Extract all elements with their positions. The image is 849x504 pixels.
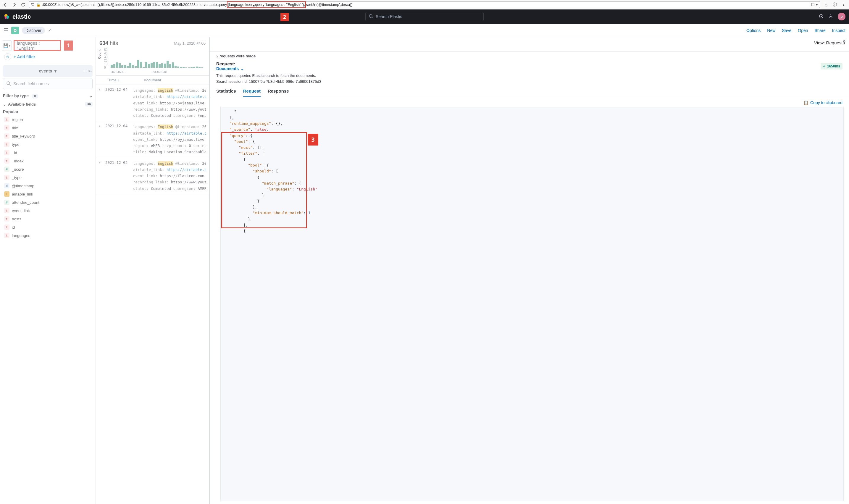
histogram-bar (175, 66, 177, 68)
code-line: "should": [ (223, 168, 843, 174)
histogram-bar (140, 62, 142, 68)
timing-badge: ✓ 1650ms (820, 63, 843, 70)
chevron-down-icon: ⌄ (89, 93, 93, 98)
saved-query-button[interactable]: 💾 ▾ (2, 40, 12, 51)
toolbar-share[interactable]: Share (815, 28, 826, 33)
table-header-document[interactable]: Document (144, 78, 161, 82)
table-header-time[interactable]: Time ↓ (108, 78, 138, 82)
field-name: hosts (12, 217, 21, 221)
svg-point-7 (7, 82, 10, 85)
histogram-bar (198, 67, 201, 68)
field-airtable_link[interactable]: lairtable_link (3, 190, 93, 198)
field-region[interactable]: tregion (3, 115, 93, 124)
field-event_link[interactable]: tevent_link (3, 206, 93, 215)
document-row[interactable]: ›2021-12-04languages: English @timestamp… (96, 85, 209, 121)
field-title_keyword[interactable]: ttitle_keyword (3, 132, 93, 140)
url-prefix: :00.000Z',to:now))&_a=(columns:!(),filte… (42, 3, 227, 7)
app-name-pill[interactable]: Discover (22, 27, 45, 34)
info-icon[interactable]: ⓘ (832, 2, 838, 8)
url-dropdown-icon[interactable]: ▾ (816, 2, 818, 7)
elastic-logo[interactable]: elastic (3, 13, 31, 20)
histogram-bar (129, 63, 131, 68)
nav-toggle-button[interactable]: ☰ (3, 27, 8, 34)
tab-response[interactable]: Response (268, 88, 289, 97)
histogram-bar (119, 63, 121, 68)
toolbar-options[interactable]: Options (746, 28, 761, 33)
field-type[interactable]: ttype (3, 140, 93, 148)
pocket-icon[interactable]: ◇ (823, 2, 829, 8)
field-token-icon: t (4, 125, 10, 130)
nav-forward-button[interactable] (11, 2, 17, 8)
toolbar-new[interactable]: New (767, 28, 775, 33)
toolbar-open[interactable]: Open (798, 28, 808, 33)
close-icon[interactable]: ✕ (843, 38, 846, 43)
available-fields-header[interactable]: ⌄ Available fields 34 (3, 102, 93, 107)
field-token-icon: # (4, 200, 10, 205)
y-axis-ticks: 50403020100 (104, 48, 107, 70)
play-icon[interactable]: ▸ (841, 2, 847, 8)
field-@timestamp[interactable]: d@timestamp (3, 182, 93, 190)
field-token-icon: t (4, 224, 10, 230)
field-name: type (12, 142, 19, 147)
filter-by-type-toggle[interactable]: Filter by type 0 ⌄ (3, 93, 93, 98)
search-icon (368, 14, 373, 19)
histogram-bar (134, 66, 137, 68)
reload-button[interactable] (20, 2, 26, 8)
inspect-tabs: StatisticsRequestResponse (210, 84, 849, 97)
histogram-chart[interactable]: Count 50403020100 2020-07-012020-10-01 (96, 47, 209, 75)
field-name: title (12, 126, 18, 130)
request-select[interactable]: Documents ⌄ (216, 66, 244, 71)
global-search-input[interactable]: Search Elastic (365, 12, 484, 21)
disk-icon: 💾 (3, 43, 8, 48)
discover-toolbar: ☰ D Discover ✓ OptionsNewSaveOpenShareIn… (0, 24, 849, 37)
histogram-bar (191, 67, 193, 68)
tab-request[interactable]: Request (243, 88, 260, 97)
view-toggle[interactable]: View: Requests (814, 40, 845, 45)
search-fields-input[interactable]: Search field names (3, 78, 93, 89)
toolbar-inspect[interactable]: Inspect (832, 28, 846, 33)
field-name: attendee_count (12, 200, 39, 205)
expand-icon[interactable]: › (99, 87, 102, 119)
newsfeed-icon[interactable] (819, 14, 824, 19)
copy-to-clipboard-button[interactable]: 📋 Copy to clipboard (803, 100, 843, 105)
field-languages[interactable]: tlanguages (3, 231, 93, 239)
field-title[interactable]: ttitle (3, 124, 93, 132)
field-attendee_count[interactable]: #attendee_count (3, 198, 93, 206)
toolbar-save[interactable]: Save (782, 28, 791, 33)
collapse-icon[interactable]: ⇤ (88, 69, 92, 73)
bookmark-icon[interactable]: ☐ (811, 2, 815, 7)
doc-time: 2021-12-02 (105, 160, 130, 192)
document-row[interactable]: ›2021-12-04languages: English @timestamp… (96, 121, 209, 158)
expand-icon[interactable]: › (99, 124, 102, 155)
doc-time: 2021-12-04 (105, 124, 130, 155)
histogram-bar (127, 66, 129, 68)
app-icon: D (11, 26, 19, 34)
field-_index[interactable]: t_index (3, 157, 93, 165)
histogram-bar (153, 62, 155, 68)
request-body-code[interactable]: 3 " ], "runtime_mappings": {}, "_source"… (220, 107, 844, 501)
document-row[interactable]: ›2021-12-02languages: English @timestamp… (96, 158, 209, 194)
query-input[interactable]: languages : "English" (14, 40, 61, 51)
field-_score[interactable]: #_score (3, 165, 93, 173)
add-filter-button[interactable]: + Add filter (14, 54, 35, 59)
filter-settings-button[interactable]: ⊜ (4, 53, 11, 60)
histogram-bar (150, 63, 152, 68)
app-caret-icon[interactable]: ✓ (48, 28, 52, 33)
query-row: 💾 ▾ languages : "English" 1 (0, 37, 95, 52)
histogram-bar (116, 62, 118, 68)
copy-icon: 📋 (803, 100, 809, 105)
svg-point-2 (5, 17, 7, 19)
tab-statistics[interactable]: Statistics (216, 88, 236, 97)
field-_id[interactable]: t_id (3, 148, 93, 157)
field-hosts[interactable]: thosts (3, 215, 93, 223)
field-token-icon: t (4, 150, 10, 155)
user-avatar[interactable]: p (838, 13, 846, 20)
nav-back-button[interactable] (2, 2, 8, 8)
field-_type[interactable]: t_type (3, 173, 93, 182)
url-bar[interactable]: 🛡 🔒 :00.000Z',to:now))&_a=(columns:!(),f… (29, 1, 820, 8)
doc-icon[interactable]: ⋯ (83, 69, 87, 73)
expand-icon[interactable]: › (99, 160, 102, 192)
help-icon[interactable] (828, 14, 833, 19)
histogram-bar (180, 67, 182, 68)
field-id[interactable]: tid (3, 223, 93, 231)
